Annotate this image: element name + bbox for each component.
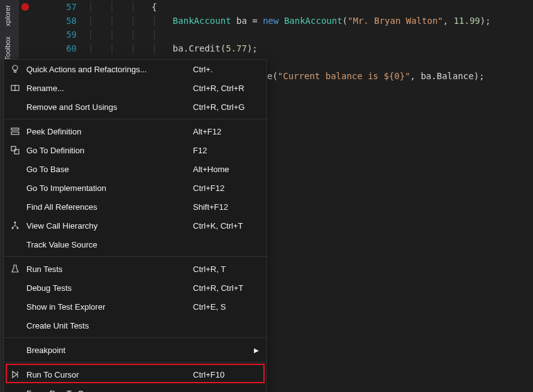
flask-icon	[6, 264, 24, 274]
menu-item-view-call-hierarchy[interactable]: View Call HierarchyCtrl+K, Ctrl+T	[4, 216, 266, 235]
line-number: 58	[31, 16, 88, 26]
menu-label: Track Value Source	[24, 240, 193, 249]
code-line[interactable]: │ │ │ │ BankAccount ba = new BankAccount…	[88, 14, 491, 28]
menu-label: View Call Hierarchy	[24, 221, 193, 231]
line-number: 60	[31, 43, 88, 53]
menu-item-run-to-cursor[interactable]: Run To CursorCtrl+F10	[4, 365, 266, 384]
menu-label: Show in Test Explorer	[24, 302, 193, 312]
bulb-icon	[6, 64, 24, 74]
menu-item-go-to-base[interactable]: Go To BaseAlt+Home	[4, 160, 266, 178]
menu-shortcut: Ctrl+R, Ctrl+R	[193, 84, 259, 93]
menu-shortcut: Ctrl+F10	[193, 370, 259, 379]
line-number: 57	[31, 2, 88, 12]
gutter: 57 58 59 60	[19, 0, 88, 55]
breakpoint-icon[interactable]	[21, 3, 29, 11]
hierarchy-icon	[6, 220, 24, 231]
menu-label: Run To Cursor	[24, 370, 193, 379]
menu-label: Quick Actions and Refactorings...	[24, 65, 193, 74]
menu-label: Debug Tests	[24, 283, 193, 293]
menu-shortcut: Ctrl+E, S	[193, 302, 259, 312]
menu-item-show-in-test-explorer[interactable]: Show in Test ExplorerCtrl+E, S	[4, 297, 266, 316]
svg-point-0	[13, 65, 18, 70]
menu-item-quick-actions-and-refactorings[interactable]: Quick Actions and Refactorings...Ctrl+.	[4, 60, 266, 79]
gutter-row[interactable]: 60	[19, 41, 88, 55]
menu-label: Go To Definition	[24, 146, 193, 155]
menu-separator	[4, 119, 266, 119]
menu-label: Force Run To Cursor	[24, 389, 193, 393]
menu-item-breakpoint[interactable]: Breakpoint▶	[4, 340, 266, 359]
menu-item-go-to-definition[interactable]: Go To DefinitionF12	[4, 141, 266, 160]
menu-item-create-unit-tests[interactable]: Create Unit Tests	[4, 316, 266, 335]
menu-shortcut: Shift+F12	[193, 202, 259, 212]
gutter-row[interactable]: 57	[19, 0, 88, 14]
menu-item-remove-and-sort-usings[interactable]: Remove and Sort UsingsCtrl+R, Ctrl+G	[4, 97, 266, 116]
gutter-row[interactable]: 58	[19, 14, 88, 28]
menu-label: Peek Definition	[24, 127, 193, 136]
code-line[interactable]: │ │ │ │ ba.Credit(5.77);	[88, 41, 491, 55]
menu-separator	[4, 256, 266, 257]
menu-label: Create Unit Tests	[24, 321, 193, 330]
menu-label: Run Tests	[24, 264, 193, 274]
gutter-row[interactable]: 59	[19, 28, 88, 41]
goto-icon	[6, 145, 24, 155]
svg-rect-4	[11, 128, 19, 130]
menu-item-debug-tests[interactable]: Debug TestsCtrl+R, Ctrl+T	[4, 278, 266, 297]
menu-shortcut: Ctrl+R, T	[193, 264, 259, 274]
menu-item-go-to-implementation[interactable]: Go To ImplementationCtrl+F12	[4, 178, 266, 197]
svg-rect-6	[11, 146, 16, 151]
menu-shortcut: Ctrl+F12	[193, 183, 259, 193]
menu-label: Breakpoint	[24, 346, 254, 355]
menu-item-rename[interactable]: Rename...Ctrl+R, Ctrl+R	[4, 79, 266, 97]
sidetab-explorer[interactable]: xplorer	[0, 0, 15, 31]
peek-icon	[6, 126, 24, 136]
menu-label: Rename...	[24, 84, 193, 93]
menu-shortcut: Ctrl+R, Ctrl+T	[193, 283, 259, 293]
menu-separator	[4, 362, 266, 362]
code-line-partial[interactable]: e("Current balance is ${0}", ba.Balance)…	[267, 69, 485, 83]
menu-shortcut: Ctrl+R, Ctrl+G	[193, 102, 259, 112]
menu-item-find-all-references[interactable]: Find All ReferencesShift+F12	[4, 197, 266, 216]
menu-item-track-value-source[interactable]: Track Value Source	[4, 235, 266, 254]
runtocursor-icon	[6, 369, 24, 379]
menu-shortcut: Alt+Home	[193, 165, 259, 174]
menu-item-force-run-to-cursor[interactable]: Force Run To Cursor	[4, 384, 266, 392]
menu-label: Go To Implementation	[24, 183, 193, 193]
line-number: 59	[31, 30, 88, 40]
context-menu: Quick Actions and Refactorings...Ctrl+.R…	[3, 59, 267, 392]
menu-item-peek-definition[interactable]: Peek DefinitionAlt+F12	[4, 122, 266, 141]
menu-item-run-tests[interactable]: Run TestsCtrl+R, T	[4, 259, 266, 278]
menu-label: Remove and Sort Usings	[24, 102, 193, 112]
svg-rect-5	[11, 132, 19, 134]
menu-label: Find All References	[24, 202, 193, 212]
svg-rect-1	[14, 70, 16, 72]
menu-shortcut: Alt+F12	[193, 127, 259, 136]
svg-rect-7	[14, 150, 19, 154]
rename-icon	[6, 83, 24, 93]
menu-separator	[4, 337, 266, 338]
menu-shortcut: Ctrl+.	[193, 65, 259, 74]
submenu-arrow-icon: ▶	[254, 347, 259, 354]
code-area[interactable]: │ │ │ { │ │ │ │ BankAccount ba = new Ban…	[88, 0, 491, 55]
menu-label: Go To Base	[24, 165, 193, 174]
code-line[interactable]: │ │ │ │	[88, 28, 491, 41]
menu-shortcut: F12	[193, 146, 259, 155]
code-line[interactable]: │ │ │ {	[88, 0, 491, 14]
menu-shortcut: Ctrl+K, Ctrl+T	[193, 221, 259, 231]
